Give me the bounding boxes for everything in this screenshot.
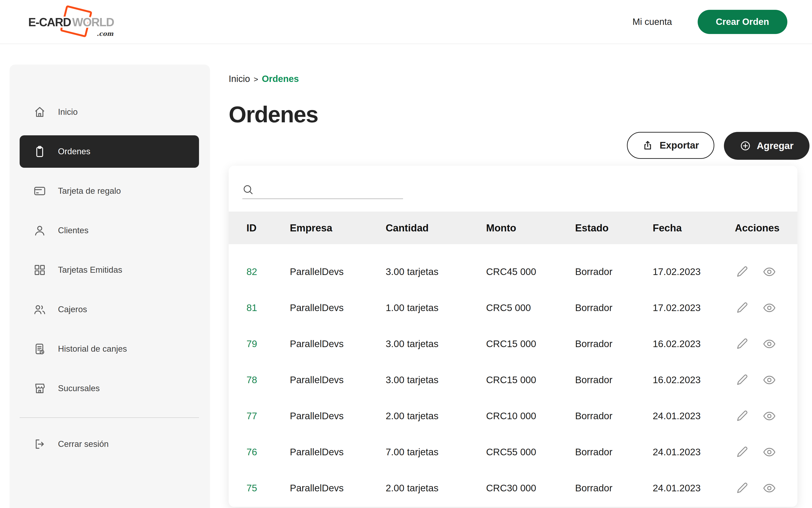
cell-cantidad: 3.00 tarjetas [386, 375, 486, 385]
page-layout: Inicio Ordenes Tarjeta de regalo [0, 44, 812, 508]
col-header-acciones: Acciones [735, 222, 780, 234]
status-badge: Borrador [575, 302, 653, 313]
cell-cantidad: 3.00 tarjetas [386, 266, 486, 277]
order-id-link[interactable]: 82 [247, 266, 290, 277]
sidebar-item-tarjeta-de-regalo[interactable]: Tarjeta de regalo [19, 175, 199, 207]
cell-fecha: 24.01.2023 [653, 411, 735, 422]
sidebar: Inicio Ordenes Tarjeta de regalo [10, 65, 210, 508]
sidebar-item-ordenes[interactable]: Ordenes [19, 135, 199, 168]
sidebar-item-label: Inicio [58, 107, 78, 117]
cell-monto: CRC15 000 [486, 375, 575, 385]
create-order-button[interactable]: Crear Orden [698, 10, 787, 34]
table-row: 82 ParallelDevs 3.00 tarjetas CRC45 000 … [229, 254, 798, 290]
logout-button[interactable]: Cerrar sesión [19, 428, 199, 460]
table-row: 76 ParallelDevs 7.00 tarjetas CRC55 000 … [229, 434, 798, 470]
cell-fecha: 24.01.2023 [653, 483, 735, 494]
col-header-fecha: Fecha [653, 222, 735, 234]
cell-cantidad: 3.00 tarjetas [386, 338, 486, 349]
export-icon [642, 140, 653, 151]
document-clock-icon [33, 343, 46, 355]
edit-button[interactable] [735, 265, 749, 279]
edit-button[interactable] [735, 301, 749, 315]
cell-monto: CRC15 000 [486, 338, 575, 349]
order-id-link[interactable]: 77 [247, 411, 290, 422]
breadcrumb-home-link[interactable]: Inicio [229, 74, 250, 84]
cell-empresa: ParallelDevs [290, 411, 386, 422]
cell-actions [735, 409, 780, 423]
plus-circle-icon [740, 140, 751, 151]
top-header: E-CARD WORLD .com Mi cuenta Crear Orden [0, 0, 812, 44]
table-body: 82 ParallelDevs 3.00 tarjetas CRC45 000 … [229, 254, 798, 506]
cell-monto: CRC55 000 [486, 447, 575, 458]
sidebar-item-sucursales[interactable]: Sucursales [19, 372, 199, 405]
logout-label: Cerrar sesión [58, 439, 109, 449]
status-badge: Borrador [575, 447, 653, 458]
cell-empresa: ParallelDevs [290, 483, 386, 494]
status-badge: Borrador [575, 411, 653, 422]
cell-actions [735, 445, 780, 459]
order-id-link[interactable]: 81 [247, 302, 290, 313]
sidebar-nav: Inicio Ordenes Tarjeta de regalo [19, 96, 199, 405]
view-button[interactable] [762, 409, 776, 423]
edit-button[interactable] [735, 373, 749, 387]
edit-button[interactable] [735, 481, 749, 495]
add-button[interactable]: Agregar [724, 132, 810, 160]
cell-monto: CRC30 000 [486, 483, 575, 494]
view-button[interactable] [762, 301, 776, 315]
search-input[interactable] [259, 183, 403, 195]
view-button[interactable] [762, 265, 776, 279]
export-button[interactable]: Exportar [627, 132, 714, 159]
export-label: Exportar [659, 140, 699, 151]
sidebar-item-tarjetas-emitidas[interactable]: Tarjetas Emitidas [19, 254, 199, 286]
sidebar-item-historial-de-canjes[interactable]: Historial de canjes [19, 333, 199, 365]
sidebar-item-cajeros[interactable]: Cajeros [19, 293, 199, 326]
cell-fecha: 24.01.2023 [653, 447, 735, 458]
sidebar-item-label: Cajeros [58, 305, 87, 314]
cell-cantidad: 7.00 tarjetas [386, 447, 486, 458]
ecardworld-logo[interactable]: E-CARD WORLD .com [28, 4, 119, 40]
cell-empresa: ParallelDevs [290, 447, 386, 458]
view-button[interactable] [762, 337, 776, 351]
my-account-link[interactable]: Mi cuenta [632, 17, 672, 27]
cell-actions [735, 481, 780, 495]
sidebar-item-label: Sucursales [58, 384, 100, 393]
page-title: Ordenes [229, 102, 810, 126]
store-icon [33, 382, 46, 395]
edit-button[interactable] [735, 337, 749, 351]
cell-actions [735, 265, 780, 279]
view-button[interactable] [762, 373, 776, 387]
col-header-empresa: Empresa [290, 222, 386, 234]
view-button[interactable] [762, 445, 776, 459]
order-id-link[interactable]: 75 [247, 483, 290, 494]
edit-button[interactable] [735, 445, 749, 459]
cell-empresa: ParallelDevs [290, 338, 386, 349]
status-badge: Borrador [575, 266, 653, 277]
orders-table-card: ID Empresa Cantidad Monto Estado Fecha A… [229, 166, 798, 507]
table-row: 78 ParallelDevs 3.00 tarjetas CRC15 000 … [229, 362, 798, 398]
table-row: 77 ParallelDevs 2.00 tarjetas CRC10 000 … [229, 398, 798, 434]
view-button[interactable] [762, 481, 776, 495]
breadcrumb-current-link[interactable]: Ordenes [262, 74, 299, 84]
sidebar-item-inicio[interactable]: Inicio [19, 96, 199, 128]
status-badge: Borrador [575, 375, 653, 385]
order-id-link[interactable]: 78 [247, 375, 290, 385]
search-icon [242, 184, 254, 195]
credit-card-icon [33, 185, 46, 198]
order-id-link[interactable]: 79 [247, 338, 290, 349]
logout-icon [33, 438, 46, 451]
sidebar-item-label: Historial de canjes [58, 344, 127, 354]
sidebar-item-clientes[interactable]: Clientes [19, 214, 199, 247]
main-content: Inicio > Ordenes Ordenes Exportar [229, 44, 810, 507]
col-header-monto: Monto [486, 222, 575, 234]
order-id-link[interactable]: 76 [247, 447, 290, 458]
cell-cantidad: 1.00 tarjetas [386, 302, 486, 313]
edit-button[interactable] [735, 409, 749, 423]
col-header-estado: Estado [575, 222, 653, 234]
cell-actions [735, 337, 780, 351]
table-search [242, 183, 403, 199]
logo-text-ecard: E-CARD [28, 16, 71, 29]
col-header-cantidad: Cantidad [386, 222, 486, 234]
add-label: Agregar [757, 140, 794, 151]
table-header-row: ID Empresa Cantidad Monto Estado Fecha A… [229, 212, 798, 244]
logo-text-world: WORLD [72, 16, 114, 29]
